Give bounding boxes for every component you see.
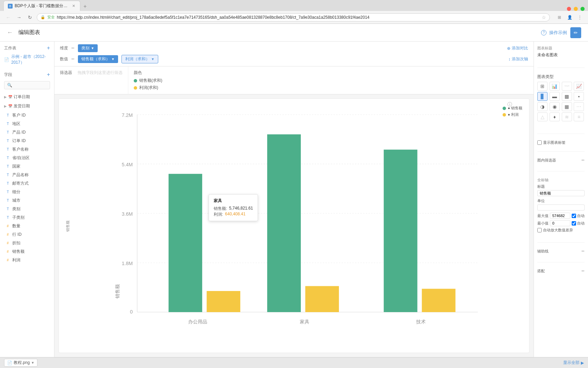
field-item-city[interactable]: T 城市 [0, 196, 54, 205]
show-label-checkbox[interactable]: 显示图表标签 [537, 140, 585, 145]
field-item-category[interactable]: T 类别 [0, 205, 54, 213]
field-item-product-id[interactable]: T 产品 ID [0, 128, 54, 137]
chart-type-other-button[interactable]: ≡ [574, 112, 584, 121]
extensions-icon[interactable]: ⊞ [555, 13, 564, 21]
file-dropdown-icon[interactable]: ▼ [31, 361, 34, 365]
annotation-edit-icon[interactable]: ✏ [582, 269, 585, 273]
bar-furniture-sales[interactable] [267, 134, 301, 312]
field-item-country[interactable]: T 国家 [0, 162, 54, 171]
add-field-button[interactable]: + [47, 72, 50, 78]
chart-info-icon[interactable]: ⓘ [507, 102, 512, 108]
dimension-edit-icon[interactable]: ✏ [71, 46, 75, 50]
field-item-product-name[interactable]: T 产品名称 [0, 171, 54, 179]
field-item-subcategory[interactable]: T 子类别 [0, 213, 54, 222]
bookmark-star-icon[interactable]: ☆ [542, 15, 546, 20]
chart-type-scatter-button[interactable]: ⋯ [574, 102, 584, 111]
tab-close-button[interactable]: ✕ [71, 4, 76, 9]
field-item-region[interactable]: T 地区 [0, 120, 54, 128]
panel-divider-6 [537, 262, 585, 262]
field-item-row-id[interactable]: # 行 ID [0, 230, 54, 239]
auto-min-checkbox[interactable]: 自动 [572, 221, 585, 226]
add-worktable-button[interactable]: + [47, 45, 50, 51]
chart-type-line-button[interactable]: 📈 [574, 82, 584, 91]
search-box[interactable]: 🔍 [4, 81, 50, 89]
category-tag[interactable]: 类别 ▼ [78, 44, 98, 52]
window-close-button[interactable] [567, 7, 571, 11]
chart-type-grouped-button[interactable]: ▩ [562, 92, 572, 101]
profit-tag[interactable]: 利润（求和） ▼ [121, 55, 158, 63]
search-input[interactable] [14, 83, 47, 88]
auto-diff-checkbox[interactable]: 自动放大数值差异 [537, 228, 585, 233]
add-axis-button[interactable]: ↕ 添加次轴 [508, 56, 528, 62]
add-contrast-button[interactable]: ⊕ 添加对比 [507, 45, 528, 51]
measure-edit-icon[interactable]: ✏ [71, 57, 75, 61]
legend-item-sales: ● 销售额 [503, 106, 522, 111]
field-item-sales[interactable]: # 销售额 [0, 247, 54, 256]
show-label-check[interactable] [537, 140, 542, 145]
field-item-ship-mode[interactable]: T 邮寄方式 [0, 179, 54, 188]
bar-tech-profit[interactable] [422, 289, 456, 312]
chart-type-funnel-button[interactable]: △ [537, 112, 548, 121]
inner-filter-edit-icon[interactable]: ✏ [582, 158, 585, 163]
window-maximize-button[interactable] [581, 7, 585, 11]
auto-diff-check[interactable] [537, 228, 542, 232]
forward-button[interactable]: → [15, 13, 23, 21]
axis-unit-input[interactable] [537, 204, 585, 211]
chart-type-stacked-button[interactable]: ▪ [574, 92, 584, 101]
back-nav-button[interactable]: ← [7, 29, 13, 36]
bar-furniture-profit[interactable] [305, 286, 339, 312]
axis-min-input[interactable] [550, 220, 570, 226]
svg-text:销售额: 销售额 [115, 284, 120, 299]
chart-type-bar-horizontal-button[interactable]: ▬ [550, 92, 560, 101]
field-item-province[interactable]: T 省/自治区 [0, 154, 54, 162]
help-link[interactable]: ? 操作示例 [541, 30, 567, 36]
window-minimize-button[interactable] [574, 7, 578, 11]
profile-icon[interactable]: 👤 [566, 13, 574, 21]
axis-title-input[interactable] [537, 190, 585, 196]
field-item-customer-id[interactable]: T 客户 ID [0, 111, 54, 120]
menu-icon[interactable]: ⋮ [576, 13, 584, 21]
field-item-quantity[interactable]: # 数量 [0, 222, 54, 230]
chart-type-diamond-button[interactable]: ♦ [550, 112, 560, 121]
example-dataset[interactable]: 📄 示例 - 超市（2012-2017） [0, 52, 54, 68]
bar-office-profit[interactable] [207, 291, 240, 312]
svg-text:7.2M: 7.2M [122, 112, 133, 118]
chart-type-bar2-button[interactable]: 📊 [550, 82, 560, 91]
field-item-profit[interactable]: # 利润 [0, 256, 54, 264]
edit-pencil-button[interactable]: ✏ [570, 27, 581, 38]
show-all-icon: ▶ [581, 361, 584, 365]
bottom-file[interactable]: 📄 教程.png ▼ [4, 359, 37, 367]
back-button[interactable]: ← [4, 13, 12, 21]
chart-type-grid-button[interactable]: ▦ [562, 102, 572, 111]
chart-type-heatmap-button[interactable]: ≋ [562, 112, 572, 121]
bar-office-sales[interactable] [168, 174, 202, 312]
chart-type-table-button[interactable]: ⊞ [537, 82, 548, 91]
field-item-discount[interactable]: # 折扣 [0, 239, 54, 247]
active-tab[interactable]: B BDP个人版 - 零门槛数据分析平台 ✕ [3, 1, 80, 11]
chart-type-bar-vertical-button[interactable]: ▊ [537, 92, 548, 101]
auto-max-checkbox[interactable]: 自动 [572, 213, 585, 218]
field-group-header-ship-date[interactable]: ▶ 📅 发货日期 [0, 102, 54, 110]
chart-type-pie-button[interactable]: ◑ [537, 102, 548, 111]
field-item-order-id[interactable]: T 订单 ID [0, 137, 54, 145]
axis-max-input[interactable] [550, 213, 570, 219]
auto-min-check[interactable] [572, 221, 576, 226]
bar-tech-sales[interactable] [384, 150, 418, 312]
field-item-segment[interactable]: T 细分 [0, 188, 54, 196]
new-tab-button[interactable]: + [80, 2, 90, 11]
field-type-icon: T [7, 199, 11, 202]
add-axis-label: 添加次轴 [512, 56, 528, 62]
field-name: 地区 [12, 121, 20, 127]
field-item-customer-name[interactable]: T 客户名称 [0, 145, 54, 154]
sales-tag[interactable]: 销售额（求和） ▼ [78, 55, 118, 63]
aux-line-edit-icon[interactable]: ✏ [582, 249, 585, 254]
chart-canvas-wrapper: ● 销售额 ● 利润 销售额 ⓘ [54, 94, 534, 357]
address-bar[interactable]: 🔒 安全 https://me.bdp.cn/index.html#/chart… [37, 13, 550, 21]
app: ← 编辑图表 ? 操作示例 ✏ 工作表 + 📄 示例 - 超市（2012-201… [0, 24, 588, 368]
chart-type-donut-button[interactable]: ◉ [550, 102, 560, 111]
refresh-button[interactable]: ↻ [26, 13, 34, 21]
chart-type-wave-button[interactable]: 〰 [562, 82, 572, 91]
show-all-button[interactable]: 显示全部 ▶ [563, 360, 584, 366]
auto-max-check[interactable] [572, 214, 576, 218]
field-group-header-order-date[interactable]: ▶ 📅 订单日期 [0, 93, 54, 101]
